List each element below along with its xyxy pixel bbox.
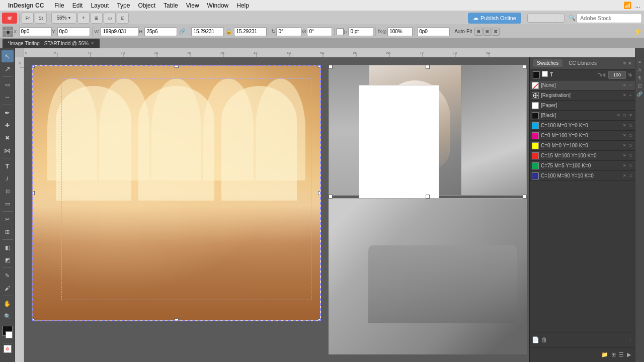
- vehicle-image[interactable]: [329, 198, 527, 354]
- convert-anchor-tool[interactable]: ⋈: [2, 144, 14, 156]
- menu-edit[interactable]: Edit: [69, 1, 87, 10]
- none-add-icon[interactable]: +: [628, 83, 633, 88]
- canvas[interactable]: [24, 57, 529, 362]
- black-edit-icon[interactable]: ✕: [628, 113, 633, 118]
- swatch-green[interactable]: C=75 M=5 Y=100 K=0 ✕ □: [530, 161, 635, 171]
- gradient-tool[interactable]: ◧: [2, 241, 14, 253]
- btn-frame-style[interactable]: Fr: [22, 13, 34, 24]
- forward-icon[interactable]: ▶: [627, 351, 631, 358]
- rotate-input[interactable]: [276, 27, 301, 36]
- y-input[interactable]: [57, 27, 90, 36]
- zoom-preview-btn[interactable]: ▭: [104, 13, 116, 24]
- folder-icon[interactable]: 📁: [601, 351, 608, 358]
- select-tool[interactable]: ↖: [2, 50, 14, 62]
- green-x-icon[interactable]: ✕: [622, 163, 627, 168]
- note-tool[interactable]: ✎: [2, 269, 14, 282]
- panel-icon-4[interactable]: ⊡: [636, 83, 643, 90]
- tab-close-icon[interactable]: ✕: [91, 41, 95, 46]
- free-transform-tool[interactable]: ⊞: [2, 226, 14, 238]
- grid-icon[interactable]: ⊞: [611, 351, 616, 358]
- panel-menu-icon[interactable]: ≡: [623, 61, 626, 66]
- blue-add-icon[interactable]: □: [628, 173, 633, 178]
- h-input[interactable]: [144, 27, 177, 36]
- list-icon[interactable]: ☰: [619, 351, 624, 358]
- add-anchor-tool[interactable]: ✚: [2, 119, 14, 131]
- swatches-tab[interactable]: Swatches: [533, 59, 562, 67]
- swatch-yellow[interactable]: C=0 M=0 Y=100 K=0 ✕ □: [530, 141, 635, 151]
- red-x-icon[interactable]: ✕: [622, 153, 627, 158]
- magenta-x-icon[interactable]: ✕: [622, 133, 627, 138]
- swatch-none[interactable]: [None] ✕ +: [530, 80, 635, 90]
- ref-val1-input[interactable]: [191, 27, 224, 36]
- menu-layout[interactable]: Layout: [87, 1, 112, 10]
- stroke-icon[interactable]: [542, 71, 548, 77]
- panel-icon-3[interactable]: ¶: [636, 75, 643, 82]
- ref-point-widget[interactable]: [2, 26, 13, 37]
- constraint-icon[interactable]: 🔒: [225, 28, 232, 35]
- menu-window[interactable]: Window: [204, 1, 232, 10]
- fill-icon[interactable]: [533, 71, 540, 78]
- essentials-btn[interactable]: Essentials ▼: [527, 14, 565, 23]
- none-x-icon[interactable]: ✕: [622, 83, 627, 88]
- new-swatch-icon[interactable]: 📄: [532, 336, 539, 343]
- swatch-cyan[interactable]: C=100 M=0 Y=0 K=0 ✕ □: [530, 121, 635, 131]
- pen-tool[interactable]: ✒: [2, 107, 14, 119]
- ref-val2-input[interactable]: [234, 27, 267, 36]
- w-input[interactable]: [101, 27, 138, 36]
- red-add-icon[interactable]: □: [628, 153, 633, 158]
- x-input[interactable]: [19, 27, 52, 36]
- search-input[interactable]: [577, 13, 642, 23]
- reg-add-icon[interactable]: +: [628, 93, 633, 98]
- black-x-icon[interactable]: ✕: [616, 113, 621, 118]
- swatch-blue[interactable]: C=100 M=90 Y=10 K=0 ✕ □: [530, 171, 635, 181]
- stroke-color-box[interactable]: [337, 28, 344, 35]
- stroke-input[interactable]: [348, 27, 373, 36]
- black-add-icon[interactable]: □: [622, 113, 627, 118]
- gap-tool[interactable]: ↔: [2, 91, 14, 103]
- menu-object[interactable]: Object: [134, 1, 159, 10]
- text-color-icon[interactable]: T: [550, 72, 553, 77]
- swatch-magenta[interactable]: C=0 M=100 Y=0 K=0 ✕ □: [530, 131, 635, 141]
- panel-icon-5[interactable]: 🔗: [636, 92, 643, 99]
- menu-table[interactable]: Table: [160, 1, 182, 10]
- panel-close-icon[interactable]: ✕: [628, 61, 632, 66]
- cyan-add-icon[interactable]: □: [628, 123, 633, 128]
- blue-x-icon[interactable]: ✕: [622, 173, 627, 178]
- panel-icon-2[interactable]: A: [636, 67, 643, 74]
- shear-input[interactable]: [307, 27, 332, 36]
- opacity-input[interactable]: [387, 27, 413, 36]
- eyedropper-tool[interactable]: 🖌: [2, 282, 14, 294]
- cc-libraries-tab[interactable]: CC Libraries: [565, 59, 601, 67]
- direct-select-tool[interactable]: ↗: [2, 63, 14, 75]
- delete-swatch-icon[interactable]: 🗑: [541, 336, 547, 343]
- opacity-icon[interactable]: ◎: [382, 29, 387, 34]
- zoom-layout-btn[interactable]: ⊞: [91, 13, 103, 24]
- scissors-tool[interactable]: ✂: [2, 213, 14, 225]
- zoom-up-btn[interactable]: +: [77, 13, 90, 24]
- chain-link-icon[interactable]: 🔗: [179, 28, 186, 35]
- swatch-registration[interactable]: [Registration] ✕ +: [530, 90, 635, 101]
- document-tab[interactable]: *Image Tinting - START.indd @ 56% ✕: [2, 38, 100, 48]
- cyan-x-icon[interactable]: ✕: [622, 123, 627, 128]
- panel-icon-1[interactable]: ≡: [636, 59, 643, 66]
- rect-frame-tool[interactable]: ⊡: [2, 185, 14, 197]
- x2-input[interactable]: [417, 27, 450, 36]
- stroke-color[interactable]: [6, 331, 13, 338]
- yellow-add-icon[interactable]: □: [628, 143, 633, 148]
- white-frame[interactable]: [359, 85, 439, 206]
- panel-drag-handle[interactable]: ⋮⋮: [624, 337, 633, 342]
- page-tool[interactable]: ▭: [2, 78, 14, 90]
- delete-anchor-tool[interactable]: ✖: [2, 132, 14, 144]
- menu-view[interactable]: View: [183, 1, 203, 10]
- line-tool[interactable]: /: [2, 172, 14, 185]
- publish-online-button[interactable]: ☁ Publish Online: [468, 13, 521, 24]
- green-add-icon[interactable]: □: [628, 163, 633, 168]
- lightning-icon[interactable]: ⚡: [633, 28, 642, 36]
- menu-type[interactable]: Type: [113, 1, 133, 10]
- hand-tool[interactable]: ✋: [2, 298, 14, 310]
- grand-central-image[interactable]: [32, 65, 321, 321]
- menu-help[interactable]: Help: [233, 1, 253, 10]
- text-tool[interactable]: T: [2, 160, 14, 172]
- zoom-control[interactable]: 56% ▼: [51, 13, 76, 24]
- swatch-red[interactable]: C=15 M=100 Y=100 K=0 ✕ □: [530, 151, 635, 161]
